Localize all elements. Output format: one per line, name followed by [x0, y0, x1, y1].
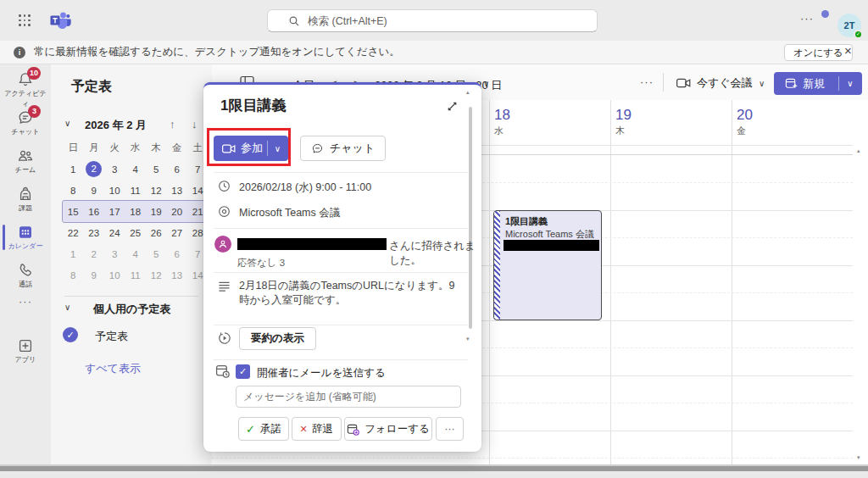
day-header-thu[interactable]: 19 木	[615, 107, 737, 137]
mini-calendar-day[interactable]: 2	[84, 249, 105, 259]
calendar-more-icon[interactable]: ···	[640, 75, 654, 88]
rail-item-teams[interactable]: チーム	[0, 147, 51, 175]
join-options-chevron-icon[interactable]: ∨	[268, 144, 287, 153]
event-status-hatch	[494, 211, 500, 320]
rail-more-icon[interactable]: ···	[0, 295, 51, 308]
rail-item-chat[interactable]: 3 チャット	[0, 109, 51, 137]
mini-calendar-prev-icon[interactable]: ↑	[170, 118, 175, 131]
rail-item-apps[interactable]: アプリ	[0, 337, 51, 365]
accept-button[interactable]: ✓ 承諾	[238, 417, 289, 441]
expand-icon[interactable]	[446, 100, 459, 113]
mini-calendar-day[interactable]: 25	[125, 228, 147, 238]
window-bottom-margin	[0, 471, 868, 478]
grid-line	[212, 458, 853, 459]
sidebar-calendar-item[interactable]: ✓ 予定表	[61, 325, 202, 347]
person-icon	[217, 238, 229, 250]
mini-calendar-day[interactable]: 16	[84, 207, 105, 217]
mini-calendar-day[interactable]: 12	[146, 270, 167, 281]
mini-calendar-day[interactable]: 22	[63, 228, 84, 238]
day-header-wed[interactable]: 18 水	[494, 107, 615, 137]
calendar-checked-icon[interactable]: ✓	[63, 327, 78, 342]
chat-button[interactable]: チャット	[300, 136, 386, 161]
avatar[interactable]: 2T ✓	[837, 14, 861, 37]
mini-calendar-day[interactable]: 23	[84, 228, 105, 238]
mini-calendar-day[interactable]: 9	[84, 186, 105, 196]
people-icon	[16, 147, 35, 164]
mini-calendar-day[interactable]: 5	[146, 164, 167, 175]
avatar-initials: 2T	[844, 20, 855, 31]
calendar-scrollbar[interactable]: ▴ ▾	[853, 100, 868, 464]
mini-calendar-day[interactable]: 4	[125, 164, 147, 175]
mini-calendar-day[interactable]: 10	[104, 186, 125, 196]
calendar-icon	[16, 224, 35, 241]
mini-calendar-day[interactable]: 11	[125, 270, 147, 281]
mini-calendar-week-next-month: 891011121314	[63, 264, 209, 286]
mini-calendar-day-selected[interactable]: 2	[86, 161, 102, 177]
mini-calendar-day[interactable]: 1	[63, 249, 84, 259]
rail-item-assignments[interactable]: 課題	[0, 186, 51, 214]
popup-scroll-up-icon[interactable]: ▴	[466, 89, 470, 96]
chevron-down-icon[interactable]: ∨	[64, 303, 70, 312]
new-meeting-button[interactable]: 新規 ∨	[774, 72, 862, 95]
decline-button[interactable]: × 辞退	[292, 417, 342, 441]
email-organizer-label: 開催者にメールを送信する	[257, 366, 386, 381]
mini-calendar-day[interactable]: 18	[125, 207, 147, 217]
show-all-link[interactable]: すべて表示	[85, 361, 141, 376]
popup-scroll-down-icon[interactable]: ▾	[466, 336, 470, 342]
chat-badge: 3	[28, 105, 41, 118]
status-available-icon: ✓	[854, 30, 863, 39]
mini-calendar-day[interactable]: 8	[63, 186, 84, 196]
mini-calendar-day[interactable]: 4	[125, 249, 147, 259]
search-box[interactable]	[267, 9, 598, 32]
calendar-sidebar: 予定表 ∨ 2026 年 2 月 ↑ ↓ 日月火水木金土 1234567 891…	[51, 64, 212, 464]
event-title: 1限目講義	[220, 96, 286, 115]
message-input[interactable]	[236, 386, 461, 408]
mini-calendar-day[interactable]: 3	[104, 164, 125, 175]
calendar-event-card[interactable]: 1限目講義 Microsoft Teams 会議	[493, 210, 602, 320]
mini-calendar-day[interactable]: 15	[63, 207, 84, 217]
mini-calendar-day[interactable]: 8	[63, 270, 84, 281]
scroll-down-icon[interactable]: ▾	[857, 454, 860, 461]
mini-calendar-day[interactable]: 13	[167, 186, 188, 196]
search-input[interactable]	[308, 15, 562, 27]
mini-calendar-day[interactable]: 12	[146, 186, 167, 196]
chevron-down-icon[interactable]: ∨	[759, 79, 765, 88]
mini-calendar-day[interactable]: 26	[146, 228, 167, 238]
mini-calendar-day[interactable]: 6	[167, 249, 188, 259]
mini-calendar-day[interactable]: 19	[146, 207, 167, 217]
join-button[interactable]: 参加 ∨	[214, 136, 288, 161]
banner-close-icon[interactable]: ×	[844, 43, 852, 58]
mini-calendar-day[interactable]: 6	[167, 164, 188, 175]
mini-calendar-day[interactable]: 13	[167, 270, 188, 281]
event-description: 2月18日の講義のTeamsのURLになります。9時から入室可能です。	[239, 279, 465, 308]
response-status: 応答なし 3	[237, 257, 285, 270]
mini-calendar-day[interactable]: 3	[104, 249, 125, 259]
mini-calendar-day[interactable]: 27	[167, 228, 188, 238]
show-recap-button[interactable]: 要約の表示	[239, 327, 316, 350]
rail-item-calls[interactable]: 通話	[0, 262, 51, 290]
chevron-down-icon[interactable]: ∨	[839, 79, 861, 88]
day-header-fri[interactable]: 20 金	[737, 107, 858, 137]
popup-scrollbar[interactable]	[469, 107, 472, 329]
mini-calendar-day[interactable]: 5	[146, 249, 167, 259]
mini-calendar-day[interactable]: 17	[104, 207, 125, 217]
mini-calendar-day[interactable]: 10	[104, 270, 125, 281]
turn-on-notifications-button[interactable]: オンにする	[784, 44, 853, 61]
topbar-more-icon[interactable]: ···	[800, 12, 814, 25]
email-organizer-checkbox[interactable]: ✓	[236, 364, 250, 379]
mini-calendar-day[interactable]: 24	[104, 228, 125, 238]
more-options-button[interactable]: ···	[436, 417, 464, 441]
mini-calendar-day[interactable]: 20	[167, 207, 188, 217]
chevron-down-icon[interactable]: ∨	[483, 79, 489, 88]
rail-item-activity[interactable]: 10 アクティビティ	[0, 71, 51, 109]
mini-calendar-collapse-icon[interactable]: ∨	[64, 119, 70, 128]
scroll-up-icon[interactable]: ▴	[857, 147, 860, 154]
mini-calendar-day[interactable]: 9	[84, 270, 105, 281]
meet-now-button[interactable]: 今すぐ会議	[676, 73, 753, 93]
follow-button[interactable]: フォローする	[344, 417, 432, 441]
mini-calendar-day[interactable]: 1	[63, 164, 84, 175]
waffle-icon[interactable]	[19, 14, 31, 26]
mini-calendar-day[interactable]: 11	[125, 186, 147, 196]
mini-calendar-next-icon[interactable]: ↓	[192, 118, 198, 131]
rail-item-calendar[interactable]: カレンダー	[0, 224, 51, 252]
